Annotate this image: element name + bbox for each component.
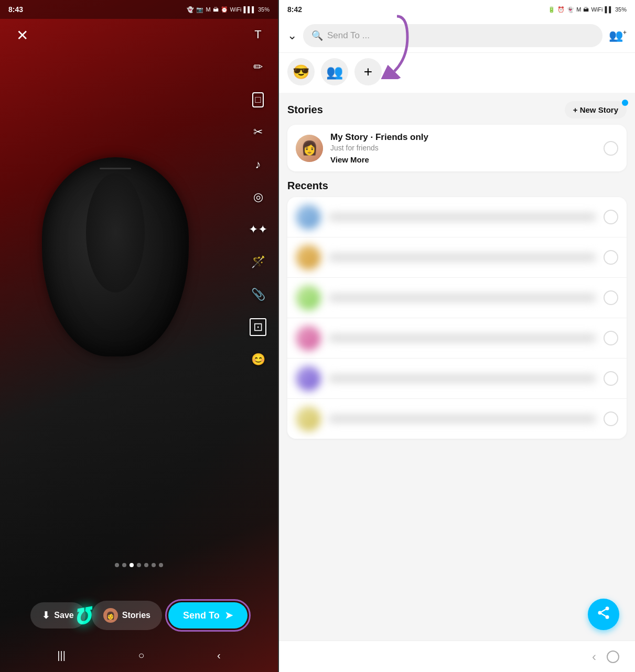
- dot-2: [122, 563, 126, 567]
- sticker-tool-button[interactable]: □: [247, 89, 268, 110]
- dot-6: [152, 563, 156, 567]
- my-story-sub: Just for friends: [330, 144, 596, 152]
- nav-back-icon-right[interactable]: ‹: [592, 649, 596, 664]
- signal-icon: ▌▌▌: [244, 6, 256, 13]
- recent-name-6: [328, 415, 596, 423]
- link-tool-button[interactable]: 📎: [247, 284, 268, 305]
- quick-btn-add[interactable]: +: [354, 58, 382, 85]
- filter-tool-button[interactable]: ◎: [247, 187, 268, 208]
- share-icon: [596, 605, 611, 623]
- recent-radio-2[interactable]: [604, 250, 618, 265]
- recent-avatar-6: [296, 406, 321, 431]
- recent-item-1[interactable]: [287, 197, 627, 237]
- stories-header: Stories + New Story: [287, 101, 627, 118]
- recent-radio-4[interactable]: [604, 331, 618, 345]
- recent-avatar-1: [296, 204, 321, 230]
- sunglasses-emoji: 😎: [293, 64, 309, 80]
- save-label: Save: [54, 611, 73, 620]
- stories-section: Stories + New Story 👩 My Story · Friends…: [279, 93, 635, 180]
- fab-share-button[interactable]: [588, 599, 619, 630]
- snapchat-icon: 👻: [187, 6, 194, 13]
- recent-name-2: [328, 253, 596, 262]
- chevron-down-button[interactable]: ⌄: [287, 29, 297, 42]
- search-placeholder: Send To ...: [327, 30, 370, 41]
- new-story-dot: [622, 100, 628, 106]
- nav-home-icon[interactable]: ○: [138, 649, 144, 662]
- quick-btn-group[interactable]: 👥: [321, 58, 348, 85]
- send-to-button[interactable]: Send To ➤: [168, 602, 247, 628]
- gmail-icon: M: [206, 6, 210, 13]
- crop-icon: ⊡: [250, 318, 266, 336]
- filter-icon: ◎: [253, 190, 263, 204]
- nav-menu-icon[interactable]: |||: [57, 649, 66, 662]
- nav-circle-icon-right[interactable]: [607, 651, 619, 663]
- recent-item-2[interactable]: [287, 237, 627, 278]
- eraser-tool-button[interactable]: 🪄: [247, 252, 268, 273]
- plus-icon: +: [364, 63, 372, 80]
- add-friends-button[interactable]: 👥+: [609, 29, 627, 42]
- close-icon: ✕: [16, 28, 28, 43]
- quick-btn-emoji[interactable]: 😎: [287, 58, 315, 85]
- status-bar-right: 8:42 🔋 ⏰ 👻 M 🏔 WiFi ▌▌ 35%: [279, 0, 635, 19]
- new-story-button[interactable]: + New Story: [565, 101, 627, 118]
- crop-tool-button[interactable]: ⊡: [247, 317, 268, 338]
- save-button[interactable]: ⬇ Save: [30, 602, 85, 628]
- emoji-icon: 😊: [251, 353, 265, 366]
- time-left: 8:43: [8, 5, 23, 14]
- text-icon: T: [254, 28, 261, 41]
- edit-tool-button[interactable]: ✏: [247, 57, 268, 78]
- photos-icon: 🏔: [213, 6, 219, 13]
- music-tool-button[interactable]: ♪: [247, 154, 268, 175]
- recent-radio-5[interactable]: [604, 371, 618, 386]
- search-icon: 🔍: [311, 30, 323, 41]
- my-story-radio[interactable]: [604, 141, 618, 156]
- dot-5: [144, 563, 148, 567]
- recent-radio-3[interactable]: [604, 290, 618, 305]
- time-right: 8:42: [287, 5, 302, 14]
- recent-item-3[interactable]: [287, 278, 627, 318]
- search-bar[interactable]: 🔍 Send To ...: [303, 24, 602, 47]
- search-header: ⌄ 🔍 Send To ... 👥+: [279, 19, 635, 53]
- recent-item-5[interactable]: [287, 359, 627, 399]
- recent-name-1: [328, 213, 596, 221]
- quick-select-row: 😎 👥 +: [279, 53, 635, 93]
- svg-point-1: [606, 606, 609, 610]
- bottom-action-bar: ⬇ Save 👩 Stories Send To ➤: [0, 601, 278, 630]
- battery-left: 35%: [258, 6, 270, 13]
- recent-avatar-5: [296, 366, 321, 391]
- stories-button[interactable]: 👩 Stories: [92, 601, 162, 630]
- recent-item-4[interactable]: [287, 318, 627, 359]
- recent-avatar-3: [296, 285, 321, 310]
- view-more-link[interactable]: View More: [330, 152, 596, 164]
- close-button[interactable]: ✕: [10, 24, 34, 47]
- recents-section: Recents: [279, 180, 635, 641]
- add-friends-icon-glyph: 👥+: [609, 29, 627, 42]
- scissors-tool-button[interactable]: ✂: [247, 122, 268, 143]
- status-icons-right: 🔋 ⏰ 👻 M 🏔 WiFi ▌▌ 35%: [548, 6, 627, 13]
- my-story-info: My Story · Friends only Just for friends…: [330, 132, 596, 164]
- status-bar-left: 8:43 👻 📷 M 🏔 ⏰ WiFi ▌▌▌ 35%: [0, 0, 278, 19]
- download-icon: ⬇: [42, 610, 50, 621]
- emoji-tool-button[interactable]: 😊: [247, 349, 268, 370]
- recent-name-3: [328, 294, 596, 302]
- stories-avatar: 👩: [103, 608, 118, 623]
- svg-line-4: [601, 614, 606, 616]
- nav-bar-right: ‹: [279, 641, 635, 672]
- link-icon: 📎: [251, 288, 265, 301]
- recent-item-6[interactable]: [287, 399, 627, 439]
- recent-radio-6[interactable]: [604, 411, 618, 426]
- nav-back-icon[interactable]: ‹: [217, 649, 221, 662]
- scissors-icon: ✂: [253, 125, 263, 139]
- right-toolbar: T ✏ □ ✂ ♪ ◎ ✦✦ 🪄 📎 ⊡ 😊: [247, 24, 268, 370]
- recent-name-4: [328, 334, 596, 342]
- dot-1: [115, 563, 119, 567]
- wifi-icon-right: WiFi: [591, 6, 602, 13]
- eraser-icon: 🪄: [251, 255, 265, 269]
- text-tool-button[interactable]: T: [247, 24, 268, 45]
- effects-tool-button[interactable]: ✦✦: [247, 219, 268, 240]
- snapchat-icon-right: 👻: [567, 6, 574, 13]
- recent-radio-1[interactable]: [604, 210, 618, 224]
- right-panel: 8:42 🔋 ⏰ 👻 M 🏔 WiFi ▌▌ 35% ⌄ 🔍 Send To .…: [279, 0, 635, 672]
- alarm-icon-right: ⏰: [557, 6, 565, 13]
- photos-icon-right: 🏔: [583, 6, 589, 13]
